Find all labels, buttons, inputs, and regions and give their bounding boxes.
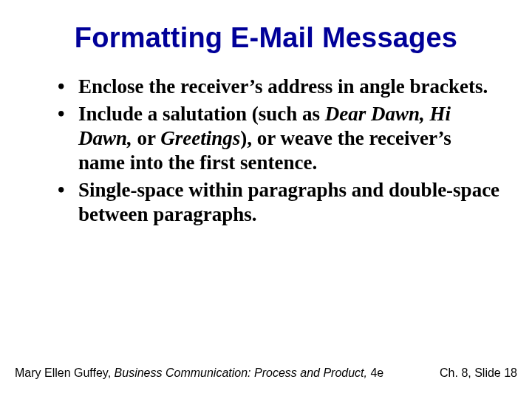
bullet-item-2: Include a salutation (such as Dear Dawn,… [58, 102, 502, 175]
slide: Formatting E-Mail Messages Enclose the r… [0, 0, 532, 399]
slide-footer: Mary Ellen Guffey, Business Communicatio… [15, 366, 517, 380]
slide-title: Formatting E-Mail Messages [30, 22, 502, 54]
bullet-text-part: or [132, 127, 161, 149]
footer-author: Mary Ellen Guffey, [15, 366, 115, 379]
bullet-text-part: Include a salutation (such as [78, 103, 325, 125]
bullet-list: Enclose the receiver’s address in angle … [30, 75, 502, 227]
bullet-text-italic: Greetings [160, 127, 240, 149]
bullet-text: Enclose the receiver’s address in angle … [78, 75, 488, 98]
footer-book-title: Business Communication: Process and Prod… [115, 366, 367, 379]
bullet-item-3: Single-space within paragraphs and doubl… [58, 178, 502, 227]
footer-edition: 4e [367, 366, 383, 379]
footer-left: Mary Ellen Guffey, Business Communicatio… [15, 366, 383, 380]
footer-right: Ch. 8, Slide 18 [440, 366, 517, 380]
bullet-item-1: Enclose the receiver’s address in angle … [58, 75, 502, 99]
bullet-text: Single-space within paragraphs and doubl… [78, 179, 499, 225]
